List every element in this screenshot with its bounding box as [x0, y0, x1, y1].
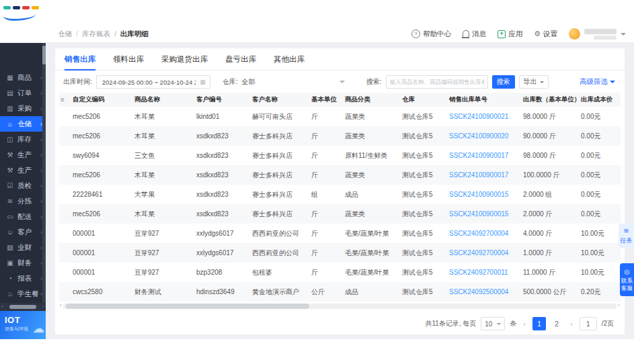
table-hscroll-thumb[interactable]: [66, 304, 309, 309]
sidebar-item[interactable]: ♨ 学生餐 ›: [0, 286, 46, 302]
sidebar-item[interactable]: ▤ 订单 ›: [0, 85, 46, 101]
table-row: swy6094三文鱼xsdkxd823赛士多科兴店斤原料11/生鲜类测试仓库5S…: [59, 146, 621, 165]
page-size-select[interactable]: 10: [481, 317, 505, 330]
table-cell: 100.0000 斤: [522, 165, 580, 185]
table-cell: 斤: [310, 204, 344, 224]
user-menu[interactable]: [569, 28, 626, 40]
table-container: ≡ 自定义编码商品名称客户编号客户名称基本单位商品分类仓库销售出库单号出库数（基…: [55, 93, 625, 309]
outbound-order-link[interactable]: SSCK24100900021: [448, 107, 522, 126]
table-cell: 000001: [71, 243, 133, 263]
table-row: mec5206木耳菜xsdkxd823赛士多科兴店斤蔬菜类测试仓库5SSCK24…: [59, 126, 621, 146]
sidebar-item[interactable]: ▧ 业财 ›: [0, 240, 46, 255]
warehouse-select[interactable]: 仓库: 全部: [223, 77, 345, 87]
table-cell: 原料11/生鲜类: [344, 146, 401, 165]
messages-label: 消息: [472, 30, 486, 39]
sidebar-item[interactable]: ◔ 报表 ›: [0, 271, 46, 286]
table-header-cell: 自定义编码: [71, 93, 133, 107]
breadcrumb-item[interactable]: 仓储: [58, 30, 72, 39]
date-range-picker[interactable]: ▦: [96, 75, 210, 89]
table-header-cell: 销售出库单号: [448, 93, 522, 107]
sidebar-item-label: 采购: [17, 104, 32, 113]
scroll-right-icon[interactable]: ›: [42, 303, 44, 311]
table-cell: 包租婆: [251, 263, 310, 282]
table-cell: 98.0000 斤: [522, 107, 580, 126]
next-page-button[interactable]: ›: [568, 320, 575, 328]
outbound-order-link[interactable]: SSCK24100900015: [448, 185, 522, 204]
sidebar-item-icon: ☺: [6, 228, 14, 236]
table-cell: 赛士多科兴店: [251, 126, 310, 146]
breadcrumb-item[interactable]: 出库明细: [110, 30, 149, 39]
table-cell: 豆芽927: [133, 243, 195, 263]
table-cell: 斤: [310, 224, 344, 243]
customer-service-floating-button[interactable]: ◎ 联系客服: [620, 263, 634, 296]
page-number-button[interactable]: 1: [532, 317, 546, 330]
table-cell: 黄金地演示商户: [251, 282, 310, 302]
page-jump-input[interactable]: 1: [580, 317, 597, 330]
advanced-filter-link[interactable]: 高级筛选: [580, 77, 615, 87]
sidebar-item[interactable]: ⚒ 生产 ›: [0, 163, 46, 178]
tab[interactable]: 销售出库: [65, 48, 95, 70]
help-center-label: 帮助中心: [423, 30, 451, 39]
table-row: cwcs2580财务测试hdinszd3649黄金地演示商户公斤成品测试仓库5S…: [59, 282, 621, 302]
tab[interactable]: 领料出库: [113, 48, 144, 70]
page-number-button[interactable]: 2: [550, 317, 563, 330]
help-icon: ?: [411, 30, 420, 38]
table-cell: 财务测试: [133, 282, 195, 302]
tab[interactable]: 盘亏出库: [225, 48, 256, 70]
date-range-input[interactable]: [101, 78, 197, 87]
outbound-order-link[interactable]: SSCK24092500004: [448, 282, 522, 302]
scroll-left-icon[interactable]: ‹: [1, 303, 3, 311]
outbound-order-link[interactable]: SSCK24100900017: [448, 165, 522, 185]
search-input[interactable]: [386, 75, 488, 89]
settings-button[interactable]: ⚙ 设置: [534, 30, 557, 39]
sidebar-item[interactable]: ▦ 商品 ›: [0, 70, 46, 85]
prev-page-button[interactable]: ‹: [521, 320, 528, 328]
sidebar-item[interactable]: ▭ 配送 ›: [0, 209, 46, 224]
outbound-order-link[interactable]: SSCK24092700004: [448, 224, 522, 243]
sidebar-hscroll-thumb[interactable]: [9, 305, 36, 309]
sidebar-item[interactable]: ☑ 质检 ›: [0, 178, 46, 193]
table-cell: hdinszd3649: [195, 282, 251, 302]
table-cell: xxlydgs6017: [195, 224, 251, 243]
outbound-order-link[interactable]: SSCK24092700011: [448, 263, 522, 282]
table-cell: 斤: [310, 146, 344, 165]
scroll-right-icon[interactable]: ›: [618, 302, 620, 308]
outbound-order-link[interactable]: SSCK24100900017: [448, 146, 522, 165]
table-cell: 木耳菜: [133, 165, 195, 185]
table-horizontal-scrollbar[interactable]: ‹ ›: [63, 304, 617, 309]
calendar-icon[interactable]: ▦: [200, 79, 206, 85]
tab[interactable]: 其他出库: [274, 48, 305, 70]
sidebar-item[interactable]: ▣ 财务 ›: [0, 255, 46, 271]
gear-icon: ⚙: [534, 30, 541, 38]
column-settings-icon[interactable]: ≡: [61, 96, 65, 103]
column-settings-header[interactable]: ≡: [59, 93, 71, 107]
outbound-order-link[interactable]: SSCK24100900015: [448, 204, 522, 224]
sidebar-item[interactable]: ⚒ 生产 ›: [0, 147, 46, 163]
row-spacer-cell: [59, 185, 71, 204]
messages-button[interactable]: 消息: [463, 30, 486, 39]
scroll-left-icon[interactable]: ‹: [60, 302, 62, 308]
outbound-order-link[interactable]: SSCK24092700004: [448, 243, 522, 263]
iot-banner[interactable]: IOT 设备与环境 ☁: [0, 311, 46, 339]
help-center-button[interactable]: ? 帮助中心: [411, 30, 451, 39]
sidebar-item-label: 质检: [17, 181, 32, 191]
tab[interactable]: 采购退货出库: [161, 48, 208, 70]
table-cell: 0.00元: [580, 126, 621, 146]
topbar-actions: ? 帮助中心 消息 + 应用 ⚙ 设置: [411, 28, 626, 40]
sidebar-item[interactable]: ☺ 客户 ›: [0, 224, 46, 240]
apps-button[interactable]: + 应用: [498, 30, 522, 39]
outbound-order-link[interactable]: SSCK24100900020: [448, 126, 522, 146]
export-button[interactable]: 导出: [519, 75, 549, 89]
breadcrumb-item[interactable]: 库存账表: [72, 30, 110, 39]
sidebar-horizontal-scrollbar[interactable]: ‹ ›: [0, 303, 46, 311]
sidebar-item[interactable]: ≋ 分拣 ›: [0, 193, 46, 209]
tasks-floating-button[interactable]: ≋ 任务: [619, 224, 634, 248]
sidebar-item[interactable]: ◫ 库存 ›: [0, 132, 46, 147]
table-cell: 成品: [344, 185, 401, 204]
sidebar-item[interactable]: ⌂ 仓储 ›: [0, 116, 46, 132]
content-card: 销售出库领料出库采购退货出库盘亏出库其他出库 出库时间: ▦ 仓库: 全部 搜索…: [55, 48, 625, 334]
search-button[interactable]: 搜索: [492, 75, 515, 89]
sidebar-item[interactable]: ▥ 采购 ›: [0, 101, 46, 116]
warehouse-value[interactable]: 全部: [242, 77, 255, 87]
table-body: mec5206木耳菜lkintd01赫可可南头店斤蔬菜类测试仓库5SSCK241…: [59, 107, 621, 302]
